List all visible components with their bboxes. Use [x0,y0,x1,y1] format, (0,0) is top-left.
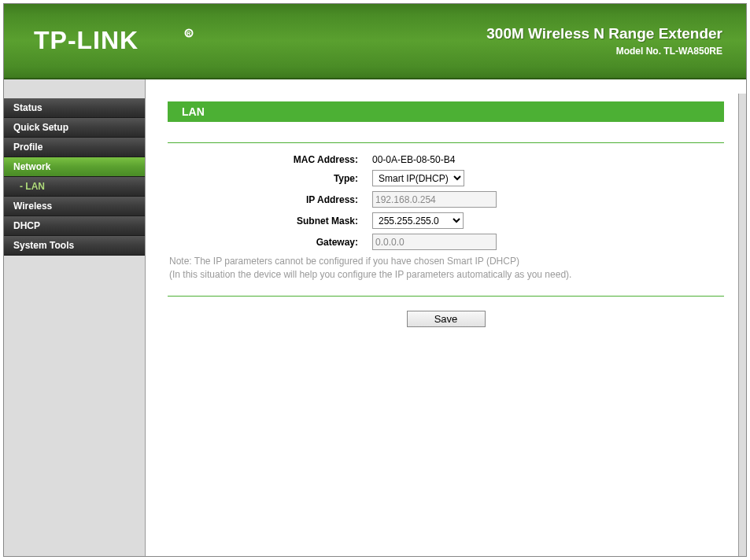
header-bar: TP-LINK R 300M Wireless N Range Extender… [4,4,746,79]
svg-text:R: R [187,31,190,36]
divider [168,296,724,297]
gateway-label: Gateway: [168,237,372,248]
mask-label: Subnet Mask: [168,216,372,227]
type-label: Type: [168,173,372,184]
mac-label: MAC Address: [168,154,372,165]
ip-input[interactable] [372,191,497,208]
content-area: LAN MAC Address: 00-0A-EB-08-50-B4 Type:… [146,79,746,556]
sidebar-item-system-tools[interactable]: System Tools [4,236,145,256]
row-gateway: Gateway: [168,234,724,250]
brand-logo: TP-LINK R [34,25,215,57]
ip-label: IP Address: [168,194,372,205]
sidebar-item-network[interactable]: Network [4,157,145,177]
row-ip: IP Address: [168,191,724,208]
app-window: TP-LINK R 300M Wireless N Range Extender… [3,3,747,557]
sidebar-item-quick-setup[interactable]: Quick Setup [4,118,145,138]
mask-select[interactable]: 255.255.255.0 [372,212,464,229]
note-line2: (In this situation the device will help … [169,269,571,280]
button-row: Save [168,311,724,327]
note-text: Note: The IP parameters cannot be config… [168,255,724,282]
gateway-input[interactable] [372,234,497,250]
row-mac: MAC Address: 00-0A-EB-08-50-B4 [168,154,724,165]
row-type: Type: Smart IP(DHCP) [168,170,724,186]
sidebar: Status Quick Setup Profile Network - LAN… [4,79,146,556]
mac-value: 00-0A-EB-08-50-B4 [372,154,455,165]
sidebar-item-lan[interactable]: - LAN [4,177,145,197]
sidebar-item-dhcp[interactable]: DHCP [4,216,145,236]
type-select[interactable]: Smart IP(DHCP) [372,170,464,186]
header-right: 300M Wireless N Range Extender Model No.… [486,25,722,57]
note-line1: Note: The IP parameters cannot be config… [169,256,519,267]
sidebar-item-profile[interactable]: Profile [4,138,145,157]
tplink-logo-icon: TP-LINK R [34,25,215,57]
sidebar-item-wireless[interactable]: Wireless [4,197,145,216]
sidebar-item-status[interactable]: Status [4,98,145,118]
row-mask: Subnet Mask: 255.255.255.0 [168,212,724,229]
product-title: 300M Wireless N Range Extender [486,25,722,42]
panel-title: LAN [168,101,724,122]
model-number: Model No. TL-WA850RE [486,46,722,57]
right-gutter [738,94,746,556]
save-button[interactable]: Save [407,311,486,327]
svg-text:TP-LINK: TP-LINK [34,26,139,54]
divider [168,142,724,143]
body: Status Quick Setup Profile Network - LAN… [4,79,746,556]
